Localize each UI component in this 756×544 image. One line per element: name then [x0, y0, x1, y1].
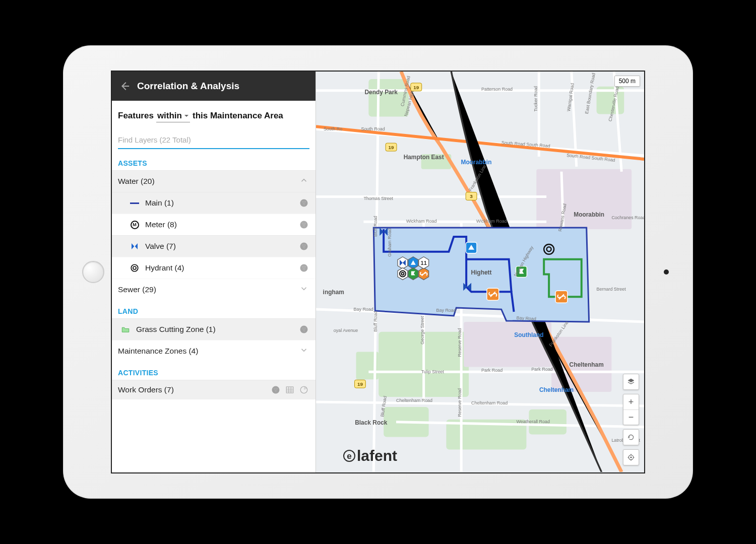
group-maintzones-label: Maintenance Zones (4): [118, 347, 299, 356]
filter-icon[interactable]: [271, 385, 280, 394]
layer-search-input[interactable]: [118, 132, 309, 149]
highway-shield: 19: [386, 143, 397, 151]
features-suffix: this Maintenance Area: [193, 111, 283, 121]
map-place-label: Black Rock: [355, 419, 388, 426]
map-road-label: Cochranes Road: [611, 215, 644, 220]
map-road-label: Wickham Road: [406, 219, 437, 224]
chevron-up-icon: [299, 176, 308, 187]
folder-swatch-icon: [120, 324, 131, 335]
highway-shield: 3: [466, 192, 477, 200]
map-viewport[interactable]: 11 Dendy ParkHampton EastMoorabbinMoorab…: [316, 72, 644, 472]
filter-icon[interactable]: [299, 263, 308, 273]
map-road-label: Park Road: [531, 367, 552, 372]
highway-shield: 19: [411, 83, 422, 91]
svg-text:3: 3: [470, 193, 473, 199]
map-place-label: Moorabbin: [461, 159, 492, 166]
layer-hydrant-row[interactable]: Hydrant (4): [112, 257, 316, 279]
brand-text: lafent: [357, 447, 397, 464]
map-road-label: Reserve Road: [457, 328, 462, 357]
map-place-label: ingham: [323, 289, 344, 296]
map-cluster-badge[interactable]: 11: [398, 257, 429, 280]
svg-point-1: [300, 221, 308, 229]
highway-shield: 19: [355, 380, 366, 388]
map-road-label: Bluff Road: [373, 311, 378, 332]
layer-valve-label: Valve (7): [145, 242, 299, 251]
chart-icon[interactable]: [299, 385, 308, 394]
layer-workorders-row[interactable]: Work Orders (7): [112, 380, 316, 399]
svg-point-6: [300, 326, 308, 333]
group-water-row[interactable]: Water (20): [112, 170, 316, 192]
table-icon[interactable]: [285, 385, 294, 394]
map-marker-workorder[interactable]: [487, 288, 499, 300]
map-place-label: Dendy Park: [364, 89, 398, 96]
svg-point-61: [631, 457, 632, 458]
map-road-label: Bay Road: [516, 315, 536, 321]
map-road-label: Cheltenham Road: [396, 398, 432, 403]
layer-meter-label: Meter (8): [145, 220, 299, 229]
features-scope-dropdown[interactable]: within: [156, 111, 190, 122]
section-assets-heading: ASSETS: [112, 152, 316, 170]
svg-text:19: 19: [413, 85, 419, 90]
filter-icon[interactable]: [299, 242, 308, 251]
map-controls: + −: [623, 374, 639, 465]
map-place-label: Cheltenham: [539, 386, 574, 393]
refresh-button[interactable]: [623, 430, 639, 445]
zoom-in-button[interactable]: +: [623, 394, 639, 410]
back-arrow-icon[interactable]: [119, 81, 130, 92]
filter-icon[interactable]: [299, 325, 308, 334]
svg-point-0: [300, 199, 308, 207]
zoom-out-button[interactable]: −: [623, 410, 639, 425]
meter-swatch-icon: M: [129, 219, 140, 230]
section-activities-heading: ACTIVITIES: [112, 362, 316, 380]
map-road-label: South Road: [361, 126, 385, 131]
filter-icon[interactable]: [299, 220, 308, 229]
section-land-heading: LAND: [112, 300, 316, 318]
layers-button[interactable]: [623, 374, 639, 389]
map-road-label: Weatherall Road: [517, 419, 550, 424]
map-canvas: 11 Dendy ParkHampton EastMoorabbinMoorab…: [316, 72, 644, 472]
valve-swatch-icon: [129, 241, 140, 252]
map-road-label: Wickham Road: [476, 219, 507, 224]
features-prefix: Features: [118, 111, 154, 121]
map-road-label: South Ro: [324, 126, 342, 131]
home-button[interactable]: [82, 261, 104, 283]
panel-title: Correlation & Analysis: [137, 81, 239, 92]
map-road-label: Bluff Road: [373, 216, 378, 237]
svg-text:19: 19: [357, 381, 363, 387]
map-road-label: Park Road: [481, 368, 502, 373]
map-road-label: George Street: [420, 316, 425, 345]
map-marker-workorder[interactable]: [555, 291, 568, 303]
brand-logo: elafent: [343, 447, 397, 464]
map-road-label: Cheltenham Road: [471, 400, 508, 405]
svg-point-5: [300, 264, 308, 272]
chevron-down-icon: [184, 113, 189, 118]
map-place-label: Southland: [514, 331, 543, 338]
feature-scope-row: Features within this Maintenance Area: [112, 101, 316, 127]
layer-main-label: Main (1): [145, 198, 299, 208]
filter-icon[interactable]: [299, 198, 308, 208]
chevron-down-icon: [299, 284, 308, 295]
layer-meter-row[interactable]: M Meter (8): [112, 214, 316, 235]
group-sewer-row[interactable]: Sewer (29): [112, 279, 316, 300]
locate-button[interactable]: [623, 450, 639, 465]
map-road-label: Graham Road: [387, 229, 392, 257]
layer-grasszone-label: Grass Cutting Zone (1): [136, 325, 299, 334]
map-road-label: Tulip Street: [421, 369, 445, 374]
map-marker-alert[interactable]: [466, 242, 477, 253]
brand-e-icon: e: [343, 450, 355, 462]
hydrant-swatch-icon: [129, 262, 140, 274]
map-place-label: Hampton East: [404, 154, 444, 161]
layer-valve-row[interactable]: Valve (7): [112, 235, 316, 257]
map-road-label: Thomas Street: [363, 196, 393, 201]
map-road-label: Bernard Street: [597, 287, 626, 292]
layer-main-row[interactable]: Main (1): [112, 192, 316, 214]
camera-dot: [664, 269, 669, 275]
group-maintzones-row[interactable]: Maintenance Zones (4): [112, 340, 316, 362]
layer-grasszone-row[interactable]: Grass Cutting Zone (1): [112, 318, 316, 340]
svg-text:11: 11: [421, 260, 427, 266]
svg-rect-8: [286, 387, 293, 393]
layer-hydrant-label: Hydrant (4): [145, 263, 299, 273]
map-place-label: Cheltenham: [570, 361, 604, 368]
panel-header: Correlation & Analysis: [112, 72, 316, 101]
svg-text:19: 19: [389, 145, 395, 150]
